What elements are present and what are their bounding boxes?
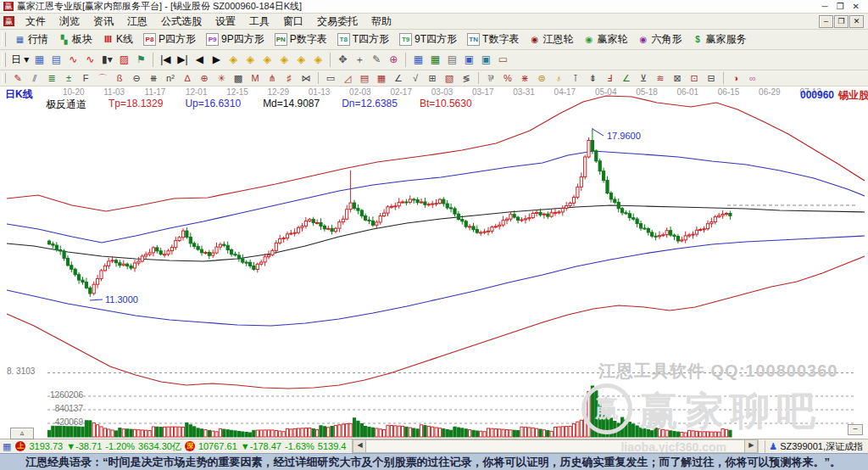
toolbar-last-bar-button[interactable]: ▶| bbox=[174, 53, 191, 66]
toolbar-notes-icon[interactable]: ▤ bbox=[443, 53, 460, 66]
toolbar-quotes[interactable]: ▦行情 bbox=[9, 31, 53, 48]
menu-资讯[interactable]: 资讯 bbox=[86, 14, 120, 30]
toolbar-draw-n2[interactable]: n² bbox=[162, 73, 179, 84]
toolbar-golden-circle[interactable]: ⊜ bbox=[533, 73, 550, 84]
toolbar-red-frame-icon[interactable]: ▨ bbox=[115, 53, 132, 66]
collapse-pane-button[interactable]: – bbox=[848, 424, 863, 435]
toolbar-draw-angle[interactable]: ∠ bbox=[390, 73, 407, 84]
toolbar-infinity-icon[interactable]: ∞ bbox=[744, 73, 761, 84]
scrollbar-track[interactable]: liaoba.yjcf360.com bbox=[366, 440, 744, 452]
toolbar-network-icon[interactable]: ▭ bbox=[494, 53, 511, 66]
toolbar-draw-comb[interactable]: ⧻ bbox=[145, 73, 162, 84]
toolbar-first-bar-button[interactable]: |◀ bbox=[157, 53, 174, 66]
shanghai-index-icon[interactable]: 上 bbox=[15, 441, 25, 451]
toolbar-flag-icon[interactable]: ⚑ bbox=[132, 53, 149, 66]
close-button[interactable]: ✕ bbox=[853, 2, 860, 11]
toolbar-draw-levels[interactable]: ± bbox=[60, 73, 77, 84]
toolbar-calculator-icon[interactable]: ▦ bbox=[426, 53, 443, 66]
toolbar-hexagon[interactable]: ◉六角形 bbox=[632, 31, 687, 48]
toolbar-winner-wheel[interactable]: ◉赢家轮 bbox=[578, 31, 632, 48]
toolbar-draw-box-grid[interactable]: ▩ bbox=[230, 73, 247, 84]
toolbar-chart-window-icon[interactable]: ▦ bbox=[31, 53, 47, 66]
toolbar-gann-diamond-4[interactable]: ◈ bbox=[275, 53, 292, 66]
toolbar-draw-grid-lines[interactable]: ≣ bbox=[43, 73, 60, 84]
expand-pane-button[interactable]: ▵ bbox=[10, 428, 34, 439]
mdi-close-button[interactable]: ✕ bbox=[849, 15, 864, 28]
toolbar-angle-line[interactable]: ∠ bbox=[618, 73, 635, 84]
toolbar-percent-tool[interactable]: % bbox=[499, 73, 516, 84]
toolbar-p-digit-table[interactable]: PNP数字表 bbox=[270, 31, 332, 48]
toolbar-wedge-tool[interactable]: ⊻ bbox=[635, 73, 652, 84]
menu-窗口[interactable]: 窗口 bbox=[276, 14, 310, 30]
menu-文件[interactable]: 文件 bbox=[19, 14, 53, 30]
toolbar-draw-table[interactable]: ⊞ bbox=[424, 73, 441, 84]
toolbar-draw-shade[interactable]: ▧ bbox=[441, 73, 458, 84]
toolbar-draw-spiral[interactable]: ß bbox=[111, 73, 128, 84]
toolbar-draw-arc[interactable]: ⌒ bbox=[94, 73, 111, 84]
toolbar-draw-fib[interactable]: F bbox=[77, 73, 94, 84]
toolbar-winner-service[interactable]: $赢家服务 bbox=[687, 31, 751, 48]
toolbar-p-square[interactable]: P8P四方形 bbox=[138, 31, 201, 48]
toolbar-9p-square[interactable]: P99P四方形 bbox=[201, 31, 270, 48]
toolbar-taiji-icon[interactable]: ◑ bbox=[727, 73, 744, 84]
toolbar-draw-angle-fan[interactable]: ◿ bbox=[339, 73, 356, 84]
toolbar-kline[interactable]: ⅢK线 bbox=[97, 31, 138, 48]
toolbar-draw-pencil[interactable]: ✎ bbox=[9, 73, 26, 84]
toolbar-draw-check[interactable]: √ bbox=[407, 73, 424, 84]
toolbar-crosshair-tool[interactable]: ＋ bbox=[351, 53, 368, 66]
toolbar-draw-rect[interactable]: ▭ bbox=[322, 73, 339, 84]
toolbar-t-digit-table[interactable]: TNT数字表 bbox=[462, 31, 524, 48]
toolbar-draw-screen[interactable]: ▦ bbox=[373, 73, 390, 84]
menu-浏览[interactable]: 浏览 bbox=[53, 14, 86, 30]
toolbar-box-minus[interactable]: ⊟ bbox=[703, 73, 720, 84]
toolbar-gann-diamond-3[interactable]: ◈ bbox=[259, 53, 275, 66]
toolbar-golden-section[interactable]: ♁ bbox=[550, 73, 567, 84]
toolbar-zigzag-icon-1[interactable]: ∿ bbox=[64, 53, 81, 66]
toolbar-gann-diamond-6[interactable]: ◈ bbox=[309, 53, 326, 66]
toolbar-mini-wheel-tool[interactable]: ⊕ bbox=[385, 53, 402, 66]
toolbar-draw-channel[interactable]: ⋈ bbox=[298, 73, 314, 84]
toolbar-drop-lines[interactable]: ⇟ bbox=[584, 73, 601, 84]
minimize-button[interactable]: ─ bbox=[822, 2, 828, 11]
toolbar-candle-style-dropdown[interactable]: ▮▾ bbox=[98, 53, 115, 66]
toolbar-ratio-tool[interactable]: ⅌ bbox=[482, 73, 499, 84]
toolbar-draw-cycle[interactable]: ⊖ bbox=[128, 73, 145, 84]
toolbar-draw-gann-fan-dn[interactable]: ♯ bbox=[281, 73, 298, 84]
menu-帮助[interactable]: 帮助 bbox=[364, 14, 398, 30]
toolbar-step-back-button[interactable]: ◀ bbox=[191, 53, 208, 66]
scroll-left-button[interactable]: ◀ bbox=[353, 439, 366, 453]
menu-江恩[interactable]: 江恩 bbox=[120, 14, 154, 30]
toolbar-pencil-tool[interactable]: ✎ bbox=[368, 53, 385, 66]
shenzhen-index-icon[interactable]: 深 bbox=[185, 441, 195, 451]
toolbar-box-x[interactable]: ⊠ bbox=[669, 73, 686, 84]
toolbar-percent-lines[interactable]: ⋇ bbox=[516, 73, 533, 84]
toolbar-zigzag-icon-2[interactable]: ∿ bbox=[81, 53, 98, 66]
toolbar-t-square[interactable]: T8T四方形 bbox=[332, 31, 394, 48]
toolbar-draw-triangle[interactable]: ∆ bbox=[179, 73, 196, 84]
toolbar-draw-star[interactable]: ✳ bbox=[213, 73, 230, 84]
toolbar-draw-wave-m[interactable]: M bbox=[247, 73, 264, 84]
toolbar-gann-diamond-2[interactable]: ◈ bbox=[242, 53, 259, 66]
menu-交易委托[interactable]: 交易委托 bbox=[310, 14, 364, 30]
toolbar-hand-tool[interactable]: ✥ bbox=[334, 53, 351, 66]
toolbar-gann-diamond-1[interactable]: ◈ bbox=[225, 53, 242, 66]
mdi-app-icon[interactable]: 赢 bbox=[3, 16, 14, 26]
period-label[interactable]: 日K线 bbox=[5, 87, 33, 102]
maximize-button[interactable]: ❐ bbox=[837, 2, 844, 11]
grid-icon[interactable]: ▦ bbox=[3, 441, 11, 452]
toolbar-calendar-icon[interactable]: ▦ bbox=[409, 53, 426, 66]
menu-公式选股[interactable]: 公式选股 bbox=[154, 14, 209, 30]
selected-index-panel[interactable]: ♟ SZ399001,深证成指 bbox=[765, 440, 866, 453]
mdi-maximize-button[interactable]: ❐ bbox=[834, 15, 849, 28]
toolbar-9t-square[interactable]: T99T四方形 bbox=[394, 31, 462, 48]
indicator-name[interactable]: 极反通道 bbox=[46, 98, 86, 112]
toolbar-flip-tool[interactable]: Ⅎ bbox=[601, 73, 618, 84]
toolbar-save-icon[interactable]: ▣ bbox=[460, 53, 477, 66]
toolbar-gann-wheel[interactable]: ◉江恩轮 bbox=[524, 31, 578, 48]
horizontal-scrollbar[interactable]: ◀ liaoba.yjcf360.com ▶ bbox=[352, 439, 759, 453]
toolbar-gann-diamond-5[interactable]: ◈ bbox=[292, 53, 309, 66]
toolbar-split-tool[interactable]: ⊺ bbox=[567, 73, 584, 84]
toolbar-period-day-dropdown[interactable]: 日 ▾ bbox=[9, 53, 31, 66]
toolbar-step-forward-button[interactable]: ▶ bbox=[208, 53, 225, 66]
mdi-minimize-button[interactable]: – bbox=[819, 15, 833, 28]
